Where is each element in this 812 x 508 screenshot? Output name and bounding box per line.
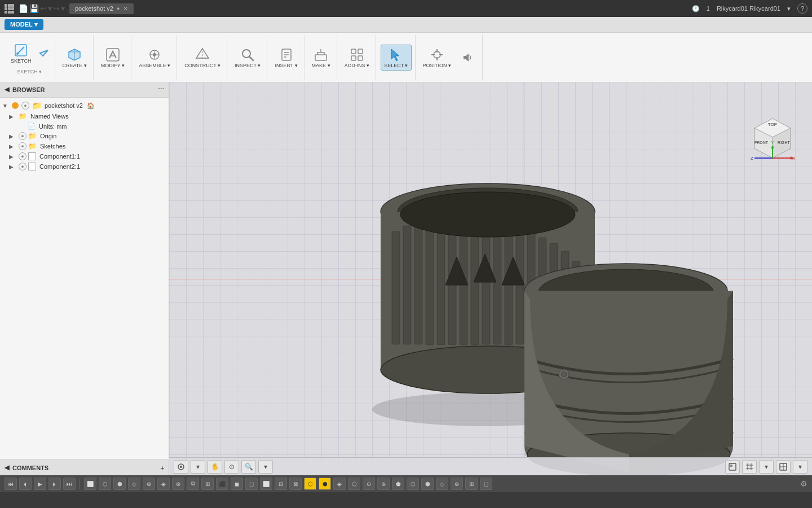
- tool-15[interactable]: ⊠: [289, 478, 302, 490]
- tool-14[interactable]: ⊟: [275, 478, 287, 490]
- finish-sketch-button[interactable]: [37, 46, 51, 60]
- ribbon-group-modify: MODIFY ▾: [95, 35, 131, 80]
- tool-25[interactable]: ◇: [436, 478, 448, 490]
- construct-label: CONSTRUCT ▾: [184, 63, 220, 68]
- assemble-button[interactable]: ASSEMBLE ▾: [136, 45, 173, 70]
- tree-named-views[interactable]: ▶ 📁 Named Views: [0, 111, 169, 121]
- app-grid-icon[interactable]: [5, 4, 14, 14]
- svg-marker-34: [464, 54, 469, 62]
- undo-button[interactable]: ↩: [40, 4, 47, 13]
- sketches-eye[interactable]: ●: [19, 142, 27, 150]
- play-back-btn[interactable]: ⏮: [5, 478, 17, 490]
- tool-19[interactable]: ⬠: [348, 478, 360, 490]
- tool-12[interactable]: ◻: [245, 478, 258, 490]
- addins-label: ADD-INS ▾: [345, 63, 370, 68]
- viewport[interactable]: TOP RIGHT FRONT X Z Y ▾ ✋ ⊙: [169, 82, 812, 475]
- modify-button[interactable]: MODIFY ▾: [98, 45, 127, 70]
- comp1-eye[interactable]: ●: [19, 152, 27, 160]
- inspect-button[interactable]: INSPECT ▾: [232, 45, 263, 70]
- tool-2[interactable]: ⬡: [99, 478, 111, 490]
- construct-button[interactable]: CONSTRUCT ▾: [182, 45, 223, 70]
- tree-root[interactable]: ▼ ● 📁 pocketshot v2 🏠: [0, 100, 169, 111]
- tool-11[interactable]: ◼: [231, 478, 243, 490]
- make-button[interactable]: MAKE ▾: [309, 45, 333, 70]
- root-home[interactable]: 🏠: [87, 102, 95, 110]
- zoom-btn[interactable]: 🔍: [241, 460, 256, 474]
- tree-component2[interactable]: ▶ ● Component2:1: [0, 161, 169, 172]
- orbit-btn[interactable]: ⊙: [224, 460, 239, 474]
- comments-add-icon[interactable]: +: [161, 465, 164, 471]
- tool-5[interactable]: ⊕: [143, 478, 155, 490]
- tool-1[interactable]: ⬜: [84, 478, 96, 490]
- snap-dropdown[interactable]: ▾: [191, 460, 205, 474]
- scene-dropdown[interactable]: ▾: [793, 460, 807, 474]
- position-icon: [429, 47, 445, 63]
- grid-btn[interactable]: [742, 460, 757, 474]
- tool-20[interactable]: ⊙: [363, 478, 375, 490]
- comp2-eye[interactable]: ●: [19, 163, 27, 170]
- insert-button[interactable]: INSERT ▾: [272, 45, 300, 70]
- tool-28[interactable]: ◻: [480, 478, 492, 490]
- orientation-cube[interactable]: TOP RIGHT FRONT X Z Y: [750, 116, 795, 161]
- tool-17-active[interactable]: ⬢: [319, 478, 331, 490]
- scene-btn[interactable]: [776, 460, 791, 474]
- expand-icon[interactable]: ◀: [5, 464, 9, 471]
- collapse-icon[interactable]: ◀: [5, 86, 9, 93]
- user-label[interactable]: Rikycard01 Rikycard01: [717, 5, 780, 12]
- construct-buttons: CONSTRUCT ▾: [182, 45, 223, 70]
- tool-4[interactable]: ◇: [128, 478, 140, 490]
- browser-options[interactable]: ⋯: [158, 86, 164, 93]
- redo-button[interactable]: ↪: [53, 4, 60, 13]
- next-btn[interactable]: ⏵: [48, 478, 61, 490]
- ribbon-group-position: POSITION ▾: [417, 35, 483, 80]
- tool-16-active[interactable]: ⬡: [304, 478, 316, 490]
- play-btn[interactable]: ▶: [34, 478, 46, 490]
- tool-21[interactable]: ⊚: [377, 478, 390, 490]
- sketch-button[interactable]: SKETCH: [8, 41, 34, 65]
- tool-7[interactable]: ⊗: [172, 478, 184, 490]
- tree-component1[interactable]: ▶ ● Component1:1: [0, 151, 169, 161]
- model-menu-button[interactable]: MODEL ▾: [5, 19, 43, 30]
- save-button[interactable]: 💾: [29, 4, 39, 13]
- tool-23[interactable]: ⬡: [407, 478, 419, 490]
- tab-close[interactable]: ✕: [123, 5, 128, 12]
- tree-sketches[interactable]: ▶ ● 📁 Sketches: [0, 141, 169, 151]
- addins-button[interactable]: ADD-INS ▾: [342, 45, 373, 70]
- tool-8[interactable]: ⧉: [187, 478, 199, 490]
- tree-units[interactable]: ▶ 📄 Units: mm: [0, 121, 169, 131]
- tool-26[interactable]: ⊕: [451, 478, 463, 490]
- display-mode-btn[interactable]: [725, 460, 740, 474]
- tool-18[interactable]: ◈: [333, 478, 346, 490]
- select-button[interactable]: SELECT ▾: [381, 45, 411, 71]
- tool-10[interactable]: ⬛: [216, 478, 228, 490]
- tool-24[interactable]: ⬢: [421, 478, 434, 490]
- origin-eye[interactable]: ●: [19, 132, 27, 140]
- position-button[interactable]: POSITION ▾: [420, 45, 454, 70]
- file-icon[interactable]: 📄: [19, 4, 28, 13]
- grid-dropdown[interactable]: ▾: [759, 460, 774, 474]
- tool-27[interactable]: ⊞: [465, 478, 478, 490]
- undo-dropdown[interactable]: ▾: [48, 4, 52, 13]
- redo-dropdown[interactable]: ▾: [61, 4, 65, 13]
- create-box-icon: [67, 47, 82, 63]
- document-tab[interactable]: pocketshot v2 ● ✕: [69, 3, 134, 14]
- tool-3[interactable]: ⬢: [113, 478, 126, 490]
- zoom-dropdown[interactable]: ▾: [258, 460, 273, 474]
- settings-btn[interactable]: ⚙: [800, 479, 807, 488]
- play-fwd-btn[interactable]: ⏭: [63, 478, 76, 490]
- create-box-button[interactable]: CREATE ▾: [60, 45, 90, 70]
- tool-22[interactable]: ⬟: [392, 478, 404, 490]
- help-button[interactable]: ?: [797, 3, 807, 14]
- user-dropdown[interactable]: ▾: [787, 5, 791, 12]
- root-eye[interactable]: ●: [21, 102, 29, 110]
- tool-13[interactable]: ⬜: [260, 478, 272, 490]
- tool-9[interactable]: ⊞: [201, 478, 214, 490]
- position-buttons: POSITION ▾: [420, 45, 479, 70]
- sound-button[interactable]: [456, 48, 479, 67]
- tree-origin[interactable]: ▶ ● 📁 Origin: [0, 131, 169, 141]
- pan-btn[interactable]: ✋: [208, 460, 222, 474]
- snap-btn[interactable]: [174, 460, 188, 474]
- modify-label: MODIFY ▾: [101, 63, 125, 68]
- tool-6[interactable]: ◈: [157, 478, 170, 490]
- prev-btn[interactable]: ⏴: [19, 478, 32, 490]
